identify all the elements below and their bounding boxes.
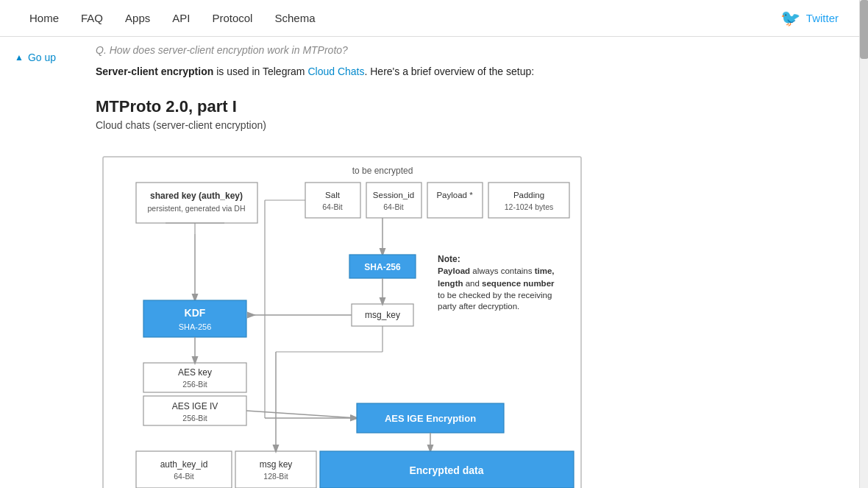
diagram-title: MTProto 2.0, part I (96, 97, 839, 116)
to-be-encrypted-label: to be encrypted (352, 166, 413, 176)
svg-text:12-1024 bytes: 12-1024 bytes (505, 202, 554, 211)
nav-apps[interactable]: Apps (125, 0, 150, 37)
twitter-icon: 🐦 (780, 9, 800, 28)
svg-text:AES IGE IV: AES IGE IV (172, 401, 218, 411)
diagram-container: to be encrypted Salt 64-Bit Session_id 6… (96, 146, 596, 488)
svg-text:KDF: KDF (185, 307, 206, 319)
svg-text:256-Bit: 256-Bit (182, 380, 207, 389)
svg-text:64-Bit: 64-Bit (322, 202, 343, 211)
svg-text:64-Bit: 64-Bit (174, 472, 194, 481)
go-up-label: Go up (28, 52, 56, 63)
nav-links: Home FAQ Apps API Protocol Schema (29, 0, 780, 37)
svg-text:persistent, generated via DH: persistent, generated via DH (147, 204, 245, 213)
svg-text:SHA-256: SHA-256 (364, 262, 401, 272)
intro-text: Server-client encryption is used in Tele… (96, 63, 839, 79)
main-content: Q. How does server-client encryption wor… (88, 37, 868, 488)
svg-text:128-Bit: 128-Bit (263, 472, 288, 481)
svg-text:Note:: Note: (438, 254, 460, 264)
svg-text:msg key: msg key (260, 459, 293, 470)
svg-text:AES key: AES key (178, 367, 212, 378)
twitter-label: Twitter (806, 12, 839, 24)
go-up-arrow-icon: ▲ (15, 52, 24, 63)
svg-rect-7 (427, 183, 483, 218)
svg-rect-1 (305, 183, 360, 218)
svg-rect-9 (488, 183, 569, 218)
encryption-diagram: to be encrypted Salt 64-Bit Session_id 6… (96, 146, 596, 488)
nav-schema[interactable]: Schema (274, 0, 315, 37)
svg-text:256-Bit: 256-Bit (182, 414, 207, 422)
nav-api[interactable]: API (172, 0, 190, 37)
content-wrapper: ▲ Go up Q. How does server-client encryp… (0, 37, 868, 488)
scrollbar-thumb[interactable] (860, 0, 868, 59)
svg-text:shared key (auth_key): shared key (auth_key) (150, 191, 243, 201)
intro-bold: Server-client encryption (96, 66, 213, 77)
svg-text:auth_key_id: auth_key_id (160, 459, 208, 470)
svg-rect-24 (136, 183, 257, 223)
svg-text:msg_key: msg_key (365, 310, 400, 320)
svg-text:party after decryption.: party after decryption. (438, 302, 519, 311)
svg-text:64-Bit: 64-Bit (383, 202, 404, 211)
question-text: Q. How does server-client encryption wor… (96, 44, 839, 56)
diagram-subtitle: Cloud chats (server-client encryption) (96, 119, 839, 131)
nav-faq[interactable]: FAQ (81, 0, 103, 37)
nav-home[interactable]: Home (29, 0, 59, 37)
diagram-section: MTProto 2.0, part I Cloud chats (server-… (96, 97, 839, 488)
svg-line-41 (246, 411, 357, 418)
svg-text:Session_id: Session_id (373, 191, 414, 199)
svg-text:Payload *: Payload * (436, 191, 473, 199)
go-up-button[interactable]: ▲ Go up (15, 52, 81, 63)
svg-text:Payload always contains time,: Payload always contains time, (438, 266, 555, 275)
sidebar: ▲ Go up (0, 37, 88, 488)
svg-text:SHA-256: SHA-256 (179, 322, 212, 331)
twitter-link[interactable]: 🐦 Twitter (780, 9, 839, 28)
svg-text:AES IGE Encryption: AES IGE Encryption (385, 413, 476, 424)
svg-rect-30 (143, 300, 246, 337)
nav-protocol[interactable]: Protocol (212, 0, 252, 37)
svg-text:Encrypted data: Encrypted data (409, 464, 483, 476)
intro-rest: is used in Telegram Cloud Chats. Here's … (216, 66, 534, 77)
svg-text:Salt: Salt (325, 191, 341, 199)
svg-text:to be checked by the receiving: to be checked by the receiving (438, 291, 552, 300)
svg-text:length and sequence number: length and sequence number (438, 279, 555, 288)
svg-text:Padding: Padding (513, 191, 544, 199)
main-nav: Home FAQ Apps API Protocol Schema 🐦 Twit… (0, 0, 868, 37)
cloud-chats-link[interactable]: Cloud Chats (307, 66, 364, 77)
scrollbar[interactable] (859, 0, 868, 488)
svg-rect-4 (366, 183, 421, 218)
